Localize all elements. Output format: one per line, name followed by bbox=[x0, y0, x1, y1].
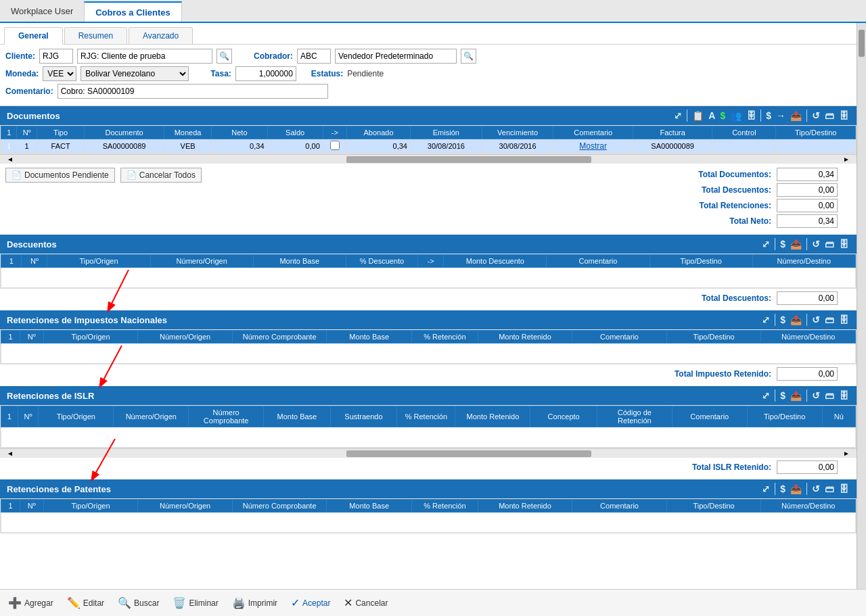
cell-vencimiento: 30/08/2016 bbox=[482, 139, 553, 153]
cell-tipo: FACT bbox=[37, 139, 84, 153]
patentes-upload-icon[interactable]: 📤 bbox=[789, 483, 803, 495]
move-icon[interactable]: ⤢ bbox=[673, 110, 683, 122]
tab-general[interactable]: General bbox=[4, 27, 63, 45]
refresh-icon[interactable]: ↺ bbox=[811, 110, 821, 122]
cliente-code-input[interactable] bbox=[39, 49, 73, 64]
cliente-name-input[interactable] bbox=[77, 49, 212, 64]
aceptar-button[interactable]: ✓ Aceptar bbox=[291, 596, 330, 609]
tab-resumen[interactable]: Resumen bbox=[64, 27, 127, 44]
buscar-button[interactable]: 🔍 Buscar bbox=[118, 596, 159, 609]
cobrador-code-input[interactable] bbox=[297, 49, 331, 64]
copy-icon[interactable]: 📋 bbox=[691, 110, 705, 122]
cylinder-icon[interactable]: 🗄 bbox=[745, 110, 757, 122]
cell-abonado: 0,34 bbox=[347, 139, 411, 153]
cancel-icon: 📄 bbox=[127, 170, 137, 180]
dcol-monto-desc: Monto Descuento bbox=[444, 255, 547, 268]
col-tipo-destino: Tipo/Destino bbox=[776, 126, 856, 139]
col-neto: Neto bbox=[212, 126, 267, 139]
upload-icon[interactable]: 📤 bbox=[789, 110, 803, 122]
islr-total-value bbox=[777, 460, 838, 474]
documentos-pendiente-button[interactable]: 📄 Documentos Pendiente bbox=[5, 168, 115, 183]
islr-toolbar: ⤢ $ 📤 ↺ 🗃 🗄 bbox=[760, 389, 850, 402]
patcol-no: Nº bbox=[20, 500, 43, 513]
retimp-db2-icon[interactable]: 🗄 bbox=[838, 314, 850, 326]
retimp-refresh-icon[interactable]: ↺ bbox=[811, 314, 821, 326]
cliente-search-button[interactable]: 🔍 bbox=[216, 49, 232, 64]
desc-upload-icon[interactable]: 📤 bbox=[789, 238, 803, 250]
cancelar-todos-button[interactable]: 📄 Cancelar Todos bbox=[120, 168, 202, 183]
buscar-icon: 🔍 bbox=[118, 596, 131, 609]
cobrador-search-button[interactable]: 🔍 bbox=[461, 49, 476, 64]
cell-saldo: 0,00 bbox=[267, 139, 323, 153]
islrcol-num: 1 bbox=[1, 406, 18, 427]
patentes-dollar-icon[interactable]: $ bbox=[779, 483, 787, 495]
font-icon[interactable]: A bbox=[707, 110, 716, 122]
desc-db2-icon[interactable]: 🗄 bbox=[838, 238, 850, 250]
tasa-input[interactable] bbox=[235, 66, 296, 81]
comentario-label: Comentario: bbox=[5, 87, 53, 96]
patcol-num-origen: Número/Origen bbox=[138, 500, 233, 513]
agregar-button[interactable]: ➕ Agregar bbox=[8, 596, 53, 609]
documentos-header: Documentos ⤢ 📋 A $ 👥 🗄 $ → 📤 ↺ 🗃 bbox=[0, 106, 857, 125]
comentario-input[interactable] bbox=[58, 84, 328, 99]
retimp-upload-icon[interactable]: 📤 bbox=[789, 314, 803, 326]
col-num: 1 bbox=[1, 126, 17, 139]
documentos-hscroll[interactable]: ◄ ► bbox=[0, 154, 857, 164]
svg-line-0 bbox=[108, 270, 129, 310]
retimp-dollar-icon[interactable]: $ bbox=[779, 314, 787, 326]
scroll-thumb[interactable] bbox=[859, 30, 865, 57]
pending-icon: 📄 bbox=[12, 170, 22, 180]
islr-dollar-icon[interactable]: $ bbox=[779, 389, 787, 402]
main-tabs: General Resumen Avanzado bbox=[0, 23, 857, 45]
desc-db-icon[interactable]: 🗃 bbox=[823, 238, 836, 250]
patentes-db-icon[interactable]: 🗃 bbox=[823, 483, 836, 495]
moneda-name-select[interactable]: Bolivar Venezolano bbox=[81, 66, 189, 81]
islr-upload-icon[interactable]: 📤 bbox=[789, 389, 803, 402]
tab-cobros-clientes[interactable]: Cobros a Clientes bbox=[84, 1, 182, 22]
ricol-num-destino: Número/Destino bbox=[761, 331, 856, 343]
col-moneda: Moneda bbox=[164, 126, 211, 139]
patentes-refresh-icon[interactable]: ↺ bbox=[811, 483, 821, 495]
col-saldo: Saldo bbox=[267, 126, 323, 139]
total-descuentos-value bbox=[777, 183, 838, 197]
title-bar: Workplace User Cobros a Clientes bbox=[0, 0, 866, 23]
dollar-icon[interactable]: $ bbox=[765, 110, 773, 122]
moneda-code-select[interactable]: VEE bbox=[43, 66, 76, 81]
db-icon[interactable]: 🗃 bbox=[823, 110, 836, 122]
db2-icon[interactable]: 🗄 bbox=[838, 110, 850, 122]
patcol-num-destino: Número/Destino bbox=[761, 500, 856, 513]
cancelar-button[interactable]: ✕ Cancelar bbox=[344, 596, 388, 609]
islr-db-icon[interactable]: 🗃 bbox=[823, 389, 836, 402]
dcol-tipo-origen: Tipo/Origen bbox=[47, 255, 150, 268]
arrow-right-icon[interactable]: → bbox=[775, 110, 787, 122]
cell-num: 1 bbox=[1, 139, 17, 153]
islr-refresh-icon[interactable]: ↺ bbox=[811, 389, 821, 402]
desc-dollar-icon[interactable]: $ bbox=[779, 238, 787, 250]
eliminar-button[interactable]: 🗑️ Eliminar bbox=[173, 596, 218, 609]
islr-move-icon[interactable]: ⤢ bbox=[760, 389, 771, 402]
cell-no: 1 bbox=[17, 139, 37, 153]
islr-db2-icon[interactable]: 🗄 bbox=[838, 389, 850, 402]
editar-icon: ✏️ bbox=[67, 596, 81, 609]
cobrador-name-input[interactable] bbox=[335, 49, 457, 64]
retimp-move-icon[interactable]: ⤢ bbox=[760, 314, 771, 326]
islrcol-tipo-origen: Tipo/Origen bbox=[39, 406, 114, 427]
retimp-db-icon[interactable]: 🗃 bbox=[823, 314, 836, 326]
tab-workplace-user[interactable]: Workplace User bbox=[0, 0, 84, 22]
total-documentos-label: Total Documentos: bbox=[677, 170, 771, 179]
descuentos-title: Descuentos bbox=[7, 239, 57, 250]
people-icon[interactable]: 👥 bbox=[729, 110, 743, 122]
patentes-db2-icon[interactable]: 🗄 bbox=[838, 483, 850, 495]
desc-refresh-icon[interactable]: ↺ bbox=[811, 238, 821, 250]
global-scrollbar[interactable] bbox=[857, 23, 866, 589]
tab-avanzado[interactable]: Avanzado bbox=[129, 27, 193, 44]
patentes-move-icon[interactable]: ⤢ bbox=[760, 483, 771, 495]
dollar-green-icon[interactable]: $ bbox=[719, 110, 727, 122]
table-row[interactable]: 1 1 FACT SA00000089 VEB 0,34 0,00 0,34 3… bbox=[1, 139, 856, 153]
imprimir-button[interactable]: 🖨️ Imprimir bbox=[232, 596, 277, 609]
eliminar-icon: 🗑️ bbox=[173, 596, 186, 609]
cell-comentario[interactable]: Mostrar bbox=[553, 139, 633, 153]
col-arrow: -> bbox=[323, 126, 346, 139]
desc-move-icon[interactable]: ⤢ bbox=[760, 238, 771, 250]
editar-button[interactable]: ✏️ Editar bbox=[67, 596, 104, 609]
